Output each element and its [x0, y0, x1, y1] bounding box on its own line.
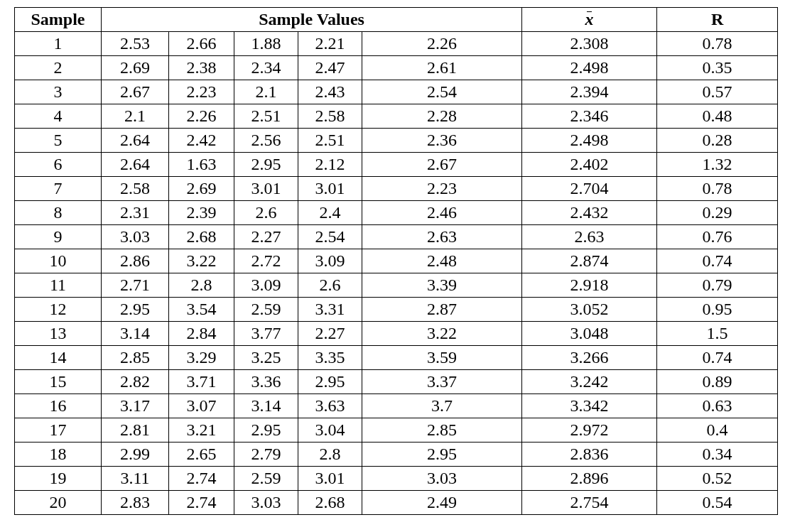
cell-xbar: 3.266: [522, 346, 657, 370]
sample-data-table: Sample Sample Values x R 12.532.661.882.…: [14, 7, 778, 515]
cell-v1: 2.71: [102, 273, 169, 298]
cell-v4: 3.04: [298, 418, 362, 443]
cell-v1: 2.82: [102, 370, 169, 394]
cell-r: 0.89: [657, 370, 778, 394]
cell-v2: 1.63: [169, 153, 234, 177]
cell-r: 0.74: [657, 249, 778, 273]
cell-v1: 2.1: [102, 104, 169, 129]
cell-v1: 3.11: [102, 467, 169, 491]
cell-xbar: 2.754: [522, 491, 657, 515]
cell-v5: 2.48: [362, 249, 522, 273]
cell-sample: 3: [15, 80, 102, 104]
cell-v5: 3.22: [362, 322, 522, 346]
cell-xbar: 2.346: [522, 104, 657, 129]
cell-r: 0.78: [657, 32, 778, 56]
cell-sample: 19: [15, 467, 102, 491]
cell-v2: 2.68: [169, 225, 234, 249]
cell-sample: 5: [15, 129, 102, 153]
cell-xbar: 2.874: [522, 249, 657, 273]
cell-sample: 11: [15, 273, 102, 298]
table-row: 22.692.382.342.472.612.4980.35: [15, 56, 778, 80]
cell-v4: 2.27: [298, 322, 362, 346]
cell-v3: 3.01: [234, 177, 298, 201]
table-row: 112.712.83.092.63.392.9180.79: [15, 273, 778, 298]
cell-v5: 2.85: [362, 418, 522, 443]
cell-v4: 2.51: [298, 129, 362, 153]
cell-xbar: 2.896: [522, 467, 657, 491]
cell-v4: 2.4: [298, 201, 362, 225]
cell-v1: 2.99: [102, 443, 169, 467]
cell-v2: 2.66: [169, 32, 234, 56]
cell-v1: 2.69: [102, 56, 169, 80]
cell-v4: 2.8: [298, 443, 362, 467]
cell-sample: 7: [15, 177, 102, 201]
cell-v3: 2.95: [234, 153, 298, 177]
header-r: R: [657, 8, 778, 32]
table-row: 172.813.212.953.042.852.9720.4: [15, 418, 778, 443]
table-body: 12.532.661.882.212.262.3080.7822.692.382…: [15, 32, 778, 515]
table-row: 142.853.293.253.353.593.2660.74: [15, 346, 778, 370]
table-row: 152.823.713.362.953.373.2420.89: [15, 370, 778, 394]
cell-xbar: 2.308: [522, 32, 657, 56]
cell-v5: 3.59: [362, 346, 522, 370]
cell-v5: 2.23: [362, 177, 522, 201]
cell-v3: 2.27: [234, 225, 298, 249]
cell-v2: 2.74: [169, 467, 234, 491]
cell-v2: 2.42: [169, 129, 234, 153]
cell-v2: 2.84: [169, 322, 234, 346]
cell-xbar: 2.394: [522, 80, 657, 104]
table-row: 12.532.661.882.212.262.3080.78: [15, 32, 778, 56]
cell-v4: 2.21: [298, 32, 362, 56]
cell-v2: 3.29: [169, 346, 234, 370]
cell-r: 0.52: [657, 467, 778, 491]
cell-sample: 17: [15, 418, 102, 443]
cell-v5: 2.61: [362, 56, 522, 80]
cell-r: 0.35: [657, 56, 778, 80]
table-row: 122.953.542.593.312.873.0520.95: [15, 298, 778, 322]
cell-sample: 6: [15, 153, 102, 177]
header-xbar: x: [522, 8, 657, 32]
cell-v3: 2.79: [234, 443, 298, 467]
cell-v4: 3.63: [298, 394, 362, 418]
cell-sample: 8: [15, 201, 102, 225]
cell-v4: 2.68: [298, 491, 362, 515]
cell-v4: 2.47: [298, 56, 362, 80]
cell-v3: 3.25: [234, 346, 298, 370]
header-sample: Sample: [15, 8, 102, 32]
cell-r: 0.63: [657, 394, 778, 418]
cell-v3: 2.1: [234, 80, 298, 104]
cell-sample: 9: [15, 225, 102, 249]
table-row: 82.312.392.62.42.462.4320.29: [15, 201, 778, 225]
table-row: 72.582.693.013.012.232.7040.78: [15, 177, 778, 201]
cell-v2: 2.23: [169, 80, 234, 104]
cell-xbar: 2.704: [522, 177, 657, 201]
cell-v4: 3.01: [298, 467, 362, 491]
table-row: 202.832.743.032.682.492.7540.54: [15, 491, 778, 515]
cell-v3: 2.95: [234, 418, 298, 443]
cell-v4: 2.54: [298, 225, 362, 249]
header-sample-values: Sample Values: [102, 8, 522, 32]
cell-v5: 2.26: [362, 32, 522, 56]
cell-v2: 2.74: [169, 491, 234, 515]
table-row: 182.992.652.792.82.952.8360.34: [15, 443, 778, 467]
cell-v3: 3.36: [234, 370, 298, 394]
cell-v1: 3.14: [102, 322, 169, 346]
cell-sample: 10: [15, 249, 102, 273]
cell-v3: 2.51: [234, 104, 298, 129]
cell-r: 0.74: [657, 346, 778, 370]
cell-v5: 3.7: [362, 394, 522, 418]
cell-v1: 3.17: [102, 394, 169, 418]
cell-v5: 2.87: [362, 298, 522, 322]
cell-v3: 3.77: [234, 322, 298, 346]
cell-v4: 2.6: [298, 273, 362, 298]
cell-v5: 2.36: [362, 129, 522, 153]
cell-v3: 3.09: [234, 273, 298, 298]
cell-v1: 2.67: [102, 80, 169, 104]
cell-v1: 2.95: [102, 298, 169, 322]
cell-v5: 2.95: [362, 443, 522, 467]
cell-sample: 18: [15, 443, 102, 467]
table-row: 133.142.843.772.273.223.0481.5: [15, 322, 778, 346]
cell-r: 0.48: [657, 104, 778, 129]
cell-xbar: 2.498: [522, 56, 657, 80]
cell-v2: 2.69: [169, 177, 234, 201]
